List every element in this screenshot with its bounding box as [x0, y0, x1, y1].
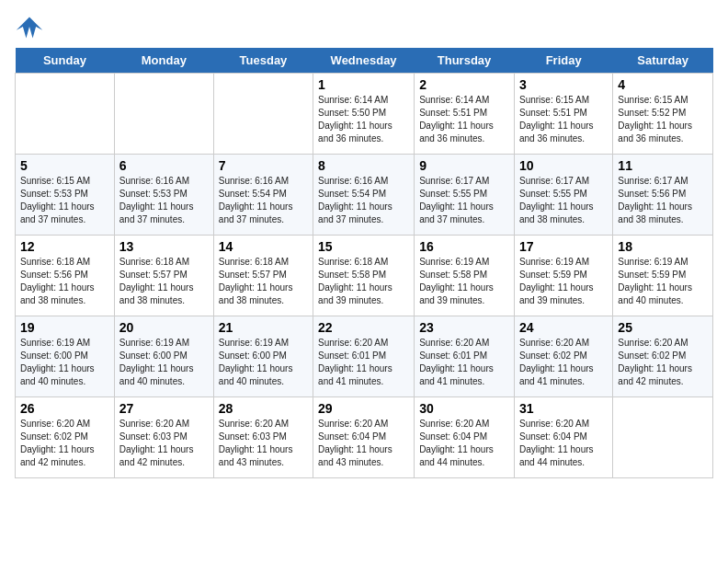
page-header	[15, 15, 713, 40]
cell-info: Sunrise: 6:17 AM Sunset: 5:56 PM Dayligh…	[618, 175, 708, 226]
cell-info: Sunrise: 6:19 AM Sunset: 6:00 PM Dayligh…	[219, 337, 308, 388]
calendar-cell: 29Sunrise: 6:20 AM Sunset: 6:04 PM Dayli…	[313, 397, 415, 478]
cell-info: Sunrise: 6:20 AM Sunset: 6:01 PM Dayligh…	[419, 337, 509, 388]
day-number: 7	[219, 158, 308, 173]
day-number: 19	[20, 320, 109, 335]
calendar-cell	[213, 74, 313, 155]
cell-info: Sunrise: 6:20 AM Sunset: 6:03 PM Dayligh…	[119, 418, 209, 469]
cell-info: Sunrise: 6:17 AM Sunset: 5:55 PM Dayligh…	[519, 175, 608, 226]
cell-info: Sunrise: 6:20 AM Sunset: 6:01 PM Dayligh…	[318, 337, 409, 388]
day-number: 9	[419, 158, 509, 173]
cell-info: Sunrise: 6:19 AM Sunset: 6:00 PM Dayligh…	[20, 337, 109, 388]
day-number: 31	[519, 401, 608, 416]
cell-info: Sunrise: 6:16 AM Sunset: 5:54 PM Dayligh…	[219, 175, 308, 226]
cell-info: Sunrise: 6:18 AM Sunset: 5:58 PM Dayligh…	[318, 256, 409, 307]
cell-info: Sunrise: 6:18 AM Sunset: 5:56 PM Dayligh…	[20, 256, 109, 307]
calendar-cell: 2Sunrise: 6:14 AM Sunset: 5:51 PM Daylig…	[415, 74, 515, 155]
day-number: 22	[318, 320, 409, 335]
logo-icon	[15, 15, 44, 40]
day-number: 17	[519, 239, 608, 254]
day-number: 25	[618, 320, 708, 335]
cell-info: Sunrise: 6:18 AM Sunset: 5:57 PM Dayligh…	[219, 256, 308, 307]
cell-info: Sunrise: 6:16 AM Sunset: 5:54 PM Dayligh…	[318, 175, 409, 226]
cell-info: Sunrise: 6:20 AM Sunset: 6:02 PM Dayligh…	[20, 418, 109, 469]
day-number: 16	[419, 239, 509, 254]
day-number: 3	[519, 77, 608, 92]
svg-marker-0	[17, 17, 42, 38]
cell-info: Sunrise: 6:15 AM Sunset: 5:51 PM Dayligh…	[519, 94, 608, 145]
cell-info: Sunrise: 6:16 AM Sunset: 5:53 PM Dayligh…	[119, 175, 209, 226]
calendar-cell: 1Sunrise: 6:14 AM Sunset: 5:50 PM Daylig…	[313, 74, 415, 155]
cell-info: Sunrise: 6:19 AM Sunset: 6:00 PM Dayligh…	[119, 337, 209, 388]
day-number: 5	[20, 158, 109, 173]
day-number: 28	[219, 401, 308, 416]
cell-info: Sunrise: 6:20 AM Sunset: 6:02 PM Dayligh…	[519, 337, 608, 388]
cell-info: Sunrise: 6:20 AM Sunset: 6:04 PM Dayligh…	[519, 418, 608, 469]
cell-info: Sunrise: 6:15 AM Sunset: 5:53 PM Dayligh…	[20, 175, 109, 226]
calendar-cell: 8Sunrise: 6:16 AM Sunset: 5:54 PM Daylig…	[313, 155, 415, 236]
day-number: 21	[219, 320, 308, 335]
calendar-cell	[114, 74, 213, 155]
calendar-table: SundayMondayTuesdayWednesdayThursdayFrid…	[15, 48, 713, 478]
day-number: 23	[419, 320, 509, 335]
day-number: 8	[318, 158, 409, 173]
col-header-tuesday: Tuesday	[213, 48, 313, 74]
col-header-monday: Monday	[114, 48, 213, 74]
calendar-cell: 6Sunrise: 6:16 AM Sunset: 5:53 PM Daylig…	[114, 155, 213, 236]
col-header-wednesday: Wednesday	[313, 48, 415, 74]
calendar-cell: 18Sunrise: 6:19 AM Sunset: 5:59 PM Dayli…	[613, 236, 713, 316]
calendar-cell: 19Sunrise: 6:19 AM Sunset: 6:00 PM Dayli…	[16, 316, 115, 397]
calendar-cell	[16, 74, 115, 155]
calendar-cell: 15Sunrise: 6:18 AM Sunset: 5:58 PM Dayli…	[313, 236, 415, 316]
col-header-saturday: Saturday	[613, 48, 713, 74]
day-number: 2	[419, 77, 509, 92]
cell-info: Sunrise: 6:19 AM Sunset: 5:58 PM Dayligh…	[419, 256, 509, 307]
cell-info: Sunrise: 6:18 AM Sunset: 5:57 PM Dayligh…	[119, 256, 209, 307]
cell-info: Sunrise: 6:19 AM Sunset: 5:59 PM Dayligh…	[519, 256, 608, 307]
day-number: 13	[119, 239, 209, 254]
cell-info: Sunrise: 6:17 AM Sunset: 5:55 PM Dayligh…	[419, 175, 509, 226]
day-number: 4	[618, 77, 708, 92]
cell-info: Sunrise: 6:20 AM Sunset: 6:04 PM Dayligh…	[318, 418, 409, 469]
calendar-cell: 23Sunrise: 6:20 AM Sunset: 6:01 PM Dayli…	[415, 316, 515, 397]
cell-info: Sunrise: 6:20 AM Sunset: 6:04 PM Dayligh…	[419, 418, 509, 469]
calendar-cell: 13Sunrise: 6:18 AM Sunset: 5:57 PM Dayli…	[114, 236, 213, 316]
calendar-cell: 21Sunrise: 6:19 AM Sunset: 6:00 PM Dayli…	[213, 316, 313, 397]
col-header-friday: Friday	[514, 48, 612, 74]
day-number: 26	[20, 401, 109, 416]
day-number: 20	[119, 320, 209, 335]
calendar-cell: 20Sunrise: 6:19 AM Sunset: 6:00 PM Dayli…	[114, 316, 213, 397]
calendar-cell: 24Sunrise: 6:20 AM Sunset: 6:02 PM Dayli…	[514, 316, 612, 397]
calendar-cell: 30Sunrise: 6:20 AM Sunset: 6:04 PM Dayli…	[415, 397, 515, 478]
cell-info: Sunrise: 6:20 AM Sunset: 6:02 PM Dayligh…	[618, 337, 708, 388]
calendar-cell: 25Sunrise: 6:20 AM Sunset: 6:02 PM Dayli…	[613, 316, 713, 397]
calendar-cell	[613, 397, 713, 478]
calendar-cell: 31Sunrise: 6:20 AM Sunset: 6:04 PM Dayli…	[514, 397, 612, 478]
calendar-cell: 28Sunrise: 6:20 AM Sunset: 6:03 PM Dayli…	[213, 397, 313, 478]
cell-info: Sunrise: 6:19 AM Sunset: 5:59 PM Dayligh…	[618, 256, 708, 307]
day-number: 18	[618, 239, 708, 254]
calendar-cell: 27Sunrise: 6:20 AM Sunset: 6:03 PM Dayli…	[114, 397, 213, 478]
day-number: 29	[318, 401, 409, 416]
col-header-sunday: Sunday	[16, 48, 115, 74]
cell-info: Sunrise: 6:14 AM Sunset: 5:51 PM Dayligh…	[419, 94, 509, 145]
calendar-cell: 26Sunrise: 6:20 AM Sunset: 6:02 PM Dayli…	[16, 397, 115, 478]
calendar-cell: 10Sunrise: 6:17 AM Sunset: 5:55 PM Dayli…	[514, 155, 612, 236]
day-number: 30	[419, 401, 509, 416]
cell-info: Sunrise: 6:20 AM Sunset: 6:03 PM Dayligh…	[219, 418, 308, 469]
calendar-cell: 7Sunrise: 6:16 AM Sunset: 5:54 PM Daylig…	[213, 155, 313, 236]
col-header-thursday: Thursday	[415, 48, 515, 74]
day-number: 1	[318, 77, 409, 92]
calendar-cell: 11Sunrise: 6:17 AM Sunset: 5:56 PM Dayli…	[613, 155, 713, 236]
day-number: 27	[119, 401, 209, 416]
cell-info: Sunrise: 6:14 AM Sunset: 5:50 PM Dayligh…	[318, 94, 409, 145]
calendar-cell: 22Sunrise: 6:20 AM Sunset: 6:01 PM Dayli…	[313, 316, 415, 397]
day-number: 11	[618, 158, 708, 173]
calendar-cell: 12Sunrise: 6:18 AM Sunset: 5:56 PM Dayli…	[16, 236, 115, 316]
calendar-cell: 17Sunrise: 6:19 AM Sunset: 5:59 PM Dayli…	[514, 236, 612, 316]
calendar-cell: 5Sunrise: 6:15 AM Sunset: 5:53 PM Daylig…	[16, 155, 115, 236]
calendar-cell: 9Sunrise: 6:17 AM Sunset: 5:55 PM Daylig…	[415, 155, 515, 236]
calendar-cell: 4Sunrise: 6:15 AM Sunset: 5:52 PM Daylig…	[613, 74, 713, 155]
calendar-cell: 14Sunrise: 6:18 AM Sunset: 5:57 PM Dayli…	[213, 236, 313, 316]
calendar-cell: 16Sunrise: 6:19 AM Sunset: 5:58 PM Dayli…	[415, 236, 515, 316]
